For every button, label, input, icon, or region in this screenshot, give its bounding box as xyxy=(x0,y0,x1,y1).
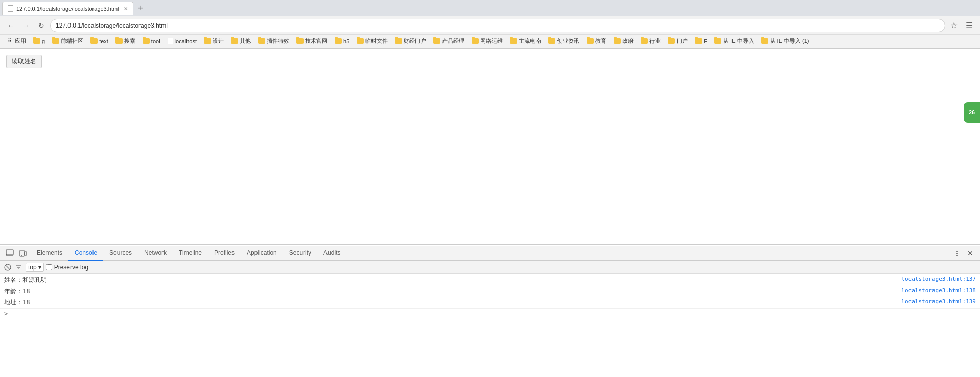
bookmark-label: 创业资讯 xyxy=(557,37,579,45)
bookmarks-bar: ⠿ 应用 g 前端社区 text 搜索 tool localhost xyxy=(0,35,980,48)
bookmark-qianduan[interactable]: 前端社区 xyxy=(49,36,86,46)
folder-icon xyxy=(357,38,364,44)
bookmark-label: 教育 xyxy=(595,37,606,45)
folder-icon xyxy=(296,38,304,44)
folder-icon xyxy=(335,38,342,44)
menu-button[interactable]: ☰ xyxy=(963,19,976,32)
folder-icon xyxy=(115,38,123,44)
page-content: 读取姓名 xyxy=(0,49,980,245)
back-button[interactable]: ← xyxy=(4,19,17,32)
bookmark-label: 从 IE 中导入 (1) xyxy=(770,37,809,45)
bookmark-label: 插件特效 xyxy=(267,37,289,45)
bookmark-label: F xyxy=(704,38,707,44)
folder-icon xyxy=(395,38,402,44)
bookmark-ie1[interactable]: 从 IE 中导入 xyxy=(711,36,757,46)
folder-icon xyxy=(204,38,211,44)
bookmark-label: tool xyxy=(151,38,160,44)
bookmark-jiaoyu[interactable]: 教育 xyxy=(584,36,610,46)
bookmark-label: 临时文件 xyxy=(365,37,388,45)
bookmark-wangluo[interactable]: 网络运维 xyxy=(469,36,506,46)
bookmark-search[interactable]: 搜索 xyxy=(112,36,138,46)
green-badge[interactable]: 26 xyxy=(964,102,980,123)
page-icon xyxy=(168,38,173,44)
folder-icon xyxy=(33,38,40,44)
browser-chrome: 127.0.0.1/localstorage/localstorage3.htm… xyxy=(0,0,980,49)
bookmark-g-label: g xyxy=(42,38,45,44)
bookmark-text[interactable]: text xyxy=(87,37,111,45)
bookmark-label: 门户 xyxy=(676,37,688,45)
address-bar[interactable] xyxy=(50,19,945,32)
bookmark-label: 行业 xyxy=(649,37,661,45)
bookmark-apps[interactable]: ⠿ 应用 xyxy=(3,36,29,46)
bookmark-menhu[interactable]: 门户 xyxy=(665,36,691,46)
folder-icon xyxy=(231,38,238,44)
apps-icon: ⠿ xyxy=(6,38,13,44)
tab-favicon xyxy=(8,5,13,12)
forward-button[interactable]: → xyxy=(19,19,33,32)
tab-title: 127.0.0.1/localstorage/localstorage3.htm… xyxy=(16,6,119,12)
bookmark-localhost[interactable]: localhost xyxy=(165,37,200,45)
bookmark-f[interactable]: F xyxy=(692,37,710,45)
reload-button[interactable]: ↻ xyxy=(35,19,48,32)
bookmark-label: 其他 xyxy=(240,37,251,45)
bookmark-g[interactable]: g xyxy=(30,37,48,45)
bookmark-zhengfu[interactable]: 政府 xyxy=(611,36,637,46)
bookmark-h5[interactable]: h5 xyxy=(332,37,353,45)
bookmark-label: 产品经理 xyxy=(442,37,464,45)
bookmark-zhuliu[interactable]: 主流电南 xyxy=(507,36,544,46)
folder-icon xyxy=(668,38,675,44)
bookmark-linshiwj[interactable]: 临时文件 xyxy=(354,36,391,46)
bookmark-chanpin[interactable]: 产品经理 xyxy=(430,36,468,46)
bookmark-label: 技术官网 xyxy=(305,37,328,45)
folder-icon xyxy=(695,38,702,44)
bookmark-tool[interactable]: tool xyxy=(139,37,164,45)
bookmark-label: 主流电南 xyxy=(519,37,541,45)
folder-icon xyxy=(258,38,265,44)
folder-icon xyxy=(614,38,621,44)
read-name-button[interactable]: 读取姓名 xyxy=(6,55,42,68)
bookmark-ie2[interactable]: 从 IE 中导入 (1) xyxy=(758,36,812,46)
folder-icon xyxy=(761,38,768,44)
bookmark-label: 搜索 xyxy=(124,37,135,45)
active-tab[interactable]: 127.0.0.1/localstorage/localstorage3.htm… xyxy=(2,2,133,15)
folder-icon xyxy=(90,38,98,44)
folder-icon xyxy=(510,38,517,44)
bookmark-label: 网络运维 xyxy=(480,37,503,45)
bookmark-star-button[interactable] xyxy=(947,19,961,32)
bookmark-label: h5 xyxy=(343,38,349,44)
nav-right-controls: ☰ xyxy=(947,19,976,32)
folder-icon xyxy=(433,38,440,44)
bookmark-qita[interactable]: 其他 xyxy=(228,36,254,46)
bookmark-label: 从 IE 中导入 xyxy=(723,37,754,45)
folder-icon xyxy=(714,38,721,44)
bookmark-label: text xyxy=(99,38,108,44)
bookmark-apps-label: 应用 xyxy=(15,37,26,45)
folder-icon xyxy=(472,38,479,44)
tab-close-button[interactable]: × xyxy=(124,5,128,12)
bookmark-label: localhost xyxy=(175,38,197,44)
bookmark-sheji[interactable]: 设计 xyxy=(201,36,227,46)
bookmark-label: 设计 xyxy=(213,37,224,45)
folder-icon xyxy=(52,38,59,44)
new-tab-button[interactable]: + xyxy=(134,2,147,14)
bookmark-jishugw[interactable]: 技术官网 xyxy=(293,36,331,46)
bookmark-chatejx[interactable]: 插件特效 xyxy=(255,36,292,46)
bookmark-label: 前端社区 xyxy=(61,37,83,45)
nav-bar: ← → ↻ ☰ xyxy=(0,16,980,35)
bookmark-label: 政府 xyxy=(622,37,634,45)
bookmark-chuangye[interactable]: 创业资讯 xyxy=(545,36,582,46)
bookmark-hangye[interactable]: 行业 xyxy=(638,36,664,46)
folder-icon xyxy=(143,38,150,44)
bookmark-caijing[interactable]: 财经门户 xyxy=(392,36,429,46)
folder-icon xyxy=(641,38,648,44)
folder-icon xyxy=(548,38,555,44)
bookmark-label: 财经门户 xyxy=(404,37,426,45)
folder-icon xyxy=(587,38,594,44)
devtools-panel: Elements Console Sources Network Timelin… xyxy=(0,244,980,245)
green-badge-label: 26 xyxy=(969,109,975,115)
tab-bar: 127.0.0.1/localstorage/localstorage3.htm… xyxy=(0,0,980,16)
